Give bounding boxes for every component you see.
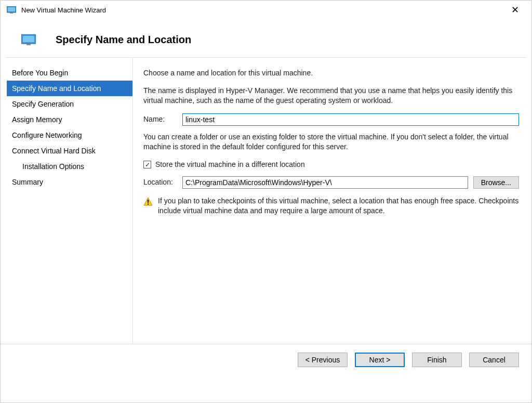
sidebar-item-assign-memory[interactable]: Assign Memory — [7, 112, 132, 127]
store-different-location-row: ✓ Store the virtual machine in a differe… — [143, 160, 519, 170]
svg-rect-2 — [10, 12, 13, 14]
folder-info-text: You can create a folder or use an existi… — [143, 132, 519, 152]
name-row: Name: — [143, 113, 519, 126]
sidebar-item-before-you-begin[interactable]: Before You Begin — [7, 65, 132, 81]
page-title: Specify Name and Location — [56, 34, 191, 46]
wizard-steps-sidebar: Before You Begin Specify Name and Locati… — [1, 58, 133, 344]
warning-icon — [143, 197, 153, 206]
sidebar-item-installation-options[interactable]: Installation Options — [7, 159, 132, 174]
store-checkbox[interactable]: ✓ — [143, 161, 151, 168]
previous-button[interactable]: < Previous — [298, 353, 348, 367]
sidebar-item-specify-name-location[interactable]: Specify Name and Location — [7, 81, 132, 96]
store-checkbox-label: Store the virtual machine in a different… — [155, 160, 305, 170]
location-row: Location: Browse... — [143, 176, 519, 189]
sidebar-item-summary[interactable]: Summary — [7, 174, 132, 190]
svg-rect-4 — [23, 36, 34, 42]
location-input[interactable] — [182, 176, 468, 189]
cancel-button[interactable]: Cancel — [469, 353, 519, 367]
svg-rect-1 — [8, 7, 15, 11]
close-button[interactable]: ✕ — [504, 4, 525, 16]
content-area: Before You Begin Specify Name and Locati… — [1, 58, 531, 344]
sidebar-item-connect-vhd[interactable]: Connect Virtual Hard Disk — [7, 143, 132, 159]
sidebar-item-configure-networking[interactable]: Configure Networking — [7, 127, 132, 143]
main-panel: Choose a name and location for this virt… — [134, 58, 531, 344]
intro-text-1: Choose a name and location for this virt… — [143, 68, 519, 79]
name-input[interactable] — [182, 113, 519, 126]
svg-rect-8 — [148, 203, 149, 204]
finish-button[interactable]: Finish — [412, 353, 462, 367]
header-icon — [21, 34, 36, 46]
location-label: Location: — [143, 177, 182, 188]
sidebar-item-specify-generation[interactable]: Specify Generation — [7, 96, 132, 112]
app-icon — [7, 6, 16, 14]
next-button[interactable]: Next > — [355, 353, 405, 367]
footer: < Previous Next > Finish Cancel — [1, 344, 531, 375]
name-label: Name: — [143, 114, 182, 125]
svg-rect-7 — [148, 200, 149, 203]
window-title: New Virtual Machine Wizard — [21, 6, 504, 14]
svg-rect-5 — [26, 44, 31, 45]
warning-text: If you plan to take checkpoints of this … — [158, 196, 519, 216]
intro-text-2: The name is displayed in Hyper-V Manager… — [143, 86, 519, 106]
titlebar: New Virtual Machine Wizard ✕ — [1, 1, 531, 19]
browse-button[interactable]: Browse... — [473, 176, 519, 189]
warning-row: If you plan to take checkpoints of this … — [143, 196, 519, 216]
wizard-header: Specify Name and Location — [1, 19, 531, 57]
